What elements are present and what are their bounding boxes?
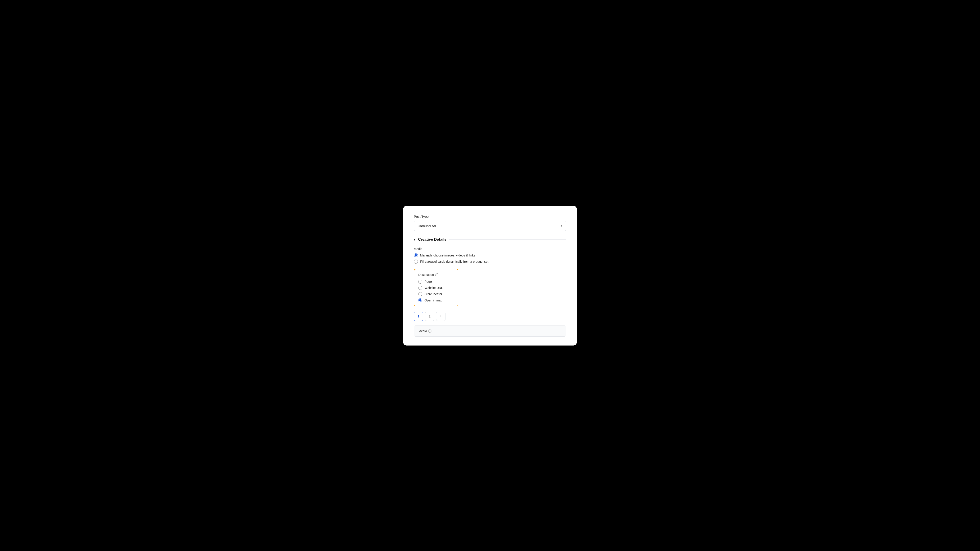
- destination-open-in-map-label: Open in map: [425, 299, 442, 302]
- destination-option-website-url[interactable]: Website URL: [418, 286, 454, 290]
- add-tab-button[interactable]: +: [436, 312, 445, 321]
- chevron-icon: ▾: [414, 238, 415, 241]
- destination-radio-group: Page Website URL Store locator Open in m…: [418, 279, 454, 302]
- destination-header: Destination i: [418, 273, 454, 276]
- bottom-media-label: Media i: [418, 329, 562, 333]
- tab-2-button[interactable]: 2: [425, 312, 434, 321]
- info-icon: i: [435, 273, 438, 276]
- tab-row: 1 2 +: [414, 312, 566, 321]
- media-label: Media: [414, 247, 566, 251]
- destination-radio-page[interactable]: [418, 279, 422, 284]
- bottom-media-info-icon: i: [428, 329, 431, 333]
- destination-radio-open-in-map[interactable]: [418, 299, 422, 302]
- tab-1-button[interactable]: 1: [414, 312, 423, 321]
- destination-option-page[interactable]: Page: [418, 279, 454, 284]
- media-radio-dynamic[interactable]: [414, 260, 418, 264]
- post-type-label: Post Type: [414, 214, 566, 218]
- media-option-dynamic[interactable]: Fill carousel cards dynamically from a p…: [414, 260, 566, 264]
- post-type-value: Carousel Ad: [418, 224, 436, 228]
- media-option-dynamic-label: Fill carousel cards dynamically from a p…: [420, 260, 488, 264]
- destination-radio-website-url[interactable]: [418, 286, 422, 290]
- media-radio-group: Manually choose images, videos & links F…: [414, 253, 566, 264]
- media-option-manual-label: Manually choose images, videos & links: [420, 254, 475, 257]
- divider-line: [449, 239, 566, 240]
- creative-details-header: ▾ Creative Details: [414, 237, 566, 242]
- destination-option-store-locator[interactable]: Store locator: [418, 292, 454, 296]
- media-option-manual[interactable]: Manually choose images, videos & links: [414, 253, 566, 257]
- destination-store-locator-label: Store locator: [425, 292, 442, 296]
- destination-website-url-label: Website URL: [425, 286, 443, 290]
- post-type-select[interactable]: Carousel Ad ▾: [414, 221, 566, 231]
- destination-page-label: Page: [425, 280, 432, 283]
- bottom-media-text: Media: [418, 329, 427, 333]
- destination-option-open-in-map[interactable]: Open in map: [418, 299, 454, 302]
- main-card: Post Type Carousel Ad ▾ ▾ Creative Detai…: [403, 206, 577, 346]
- creative-details-title: Creative Details: [418, 237, 447, 242]
- chevron-down-icon: ▾: [561, 224, 562, 227]
- destination-label: Destination: [418, 273, 434, 276]
- destination-box: Destination i Page Website URL Store loc…: [414, 269, 458, 306]
- bottom-media-section: Media i: [414, 326, 566, 337]
- destination-radio-store-locator[interactable]: [418, 292, 422, 296]
- media-radio-manual[interactable]: [414, 253, 418, 257]
